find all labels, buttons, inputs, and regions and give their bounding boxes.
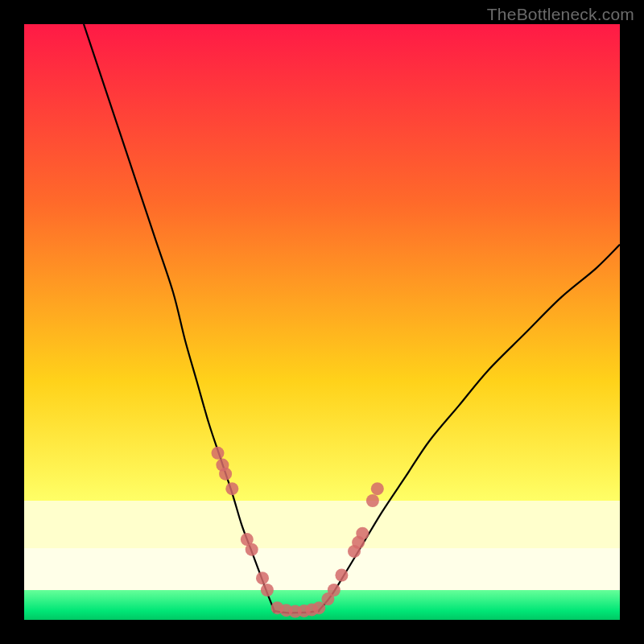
- curve-marker-dot: [212, 447, 225, 460]
- curve-marker-dot: [356, 527, 369, 540]
- curve-marker-dot: [261, 584, 274, 597]
- curve-marker-dot: [225, 482, 238, 495]
- curve-marker-dot: [219, 468, 232, 481]
- watermark-text: TheBottleneck.com: [487, 5, 634, 24]
- curve-marker-dot: [371, 482, 384, 495]
- curve-marker-dot: [246, 543, 258, 556]
- bottleneck-curve: [84, 24, 620, 613]
- curve-marker-dot: [366, 494, 379, 507]
- plot-area: [24, 24, 620, 620]
- curve-marker-dot: [335, 569, 348, 582]
- curve-markers: [212, 447, 384, 618]
- curve-marker-dot: [328, 584, 341, 597]
- chart-stage: TheBottleneck.com: [0, 0, 644, 644]
- bottleneck-curve-layer: [24, 24, 620, 620]
- curve-marker-dot: [256, 572, 269, 584]
